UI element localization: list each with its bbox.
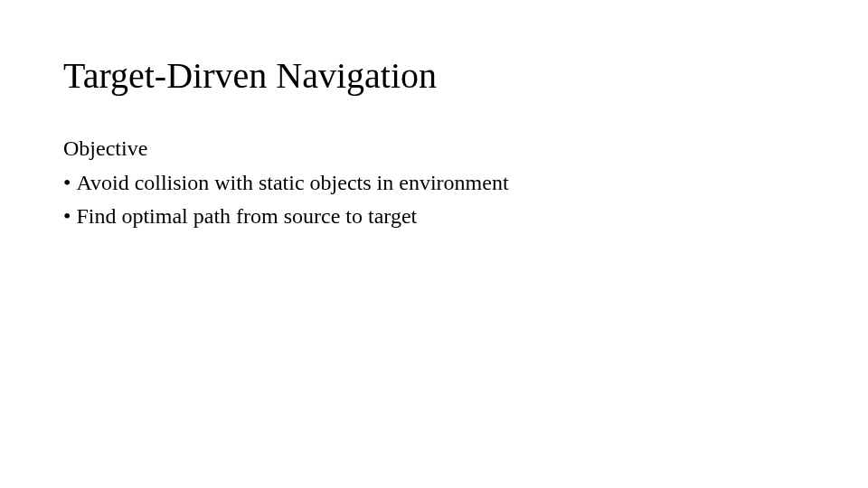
list-item: • Find optimal path from source to targe… <box>63 202 805 230</box>
bullet-icon: • <box>63 168 71 197</box>
objective-heading: Objective <box>63 134 805 163</box>
list-item: • Avoid collision with static objects in… <box>63 168 805 197</box>
slide-title: Target-Dirven Navigation <box>63 54 805 98</box>
bullet-icon: • <box>63 202 71 230</box>
slide: Target-Dirven Navigation Objective • Avo… <box>0 0 868 488</box>
bullet-text: Avoid collision with static objects in e… <box>76 168 508 197</box>
bullet-text: Find optimal path from source to target <box>76 202 417 230</box>
